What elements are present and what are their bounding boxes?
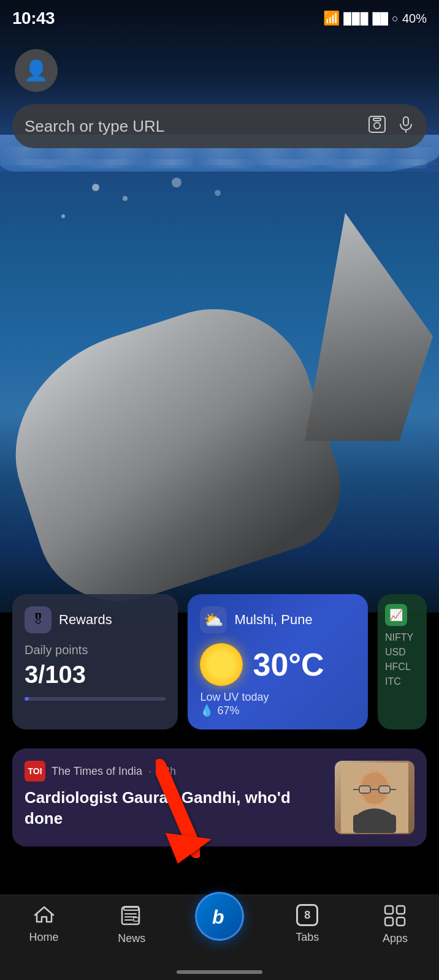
news-image [335, 761, 414, 834]
market-item-4: ITC [385, 676, 419, 687]
sun-icon [200, 643, 243, 686]
svg-rect-24 [385, 906, 393, 914]
toi-logo: TOI [25, 761, 45, 782]
weather-widget[interactable]: ⛅ Mulshi, Pune 30°C Low UV today 💧 67% [188, 594, 368, 729]
search-bar-icons [368, 115, 414, 138]
rewards-title: Rewards [59, 612, 112, 628]
voice-search-icon[interactable] [397, 116, 414, 137]
svg-rect-9 [379, 786, 390, 793]
signal-icon-2: ██ [373, 12, 389, 25]
wifi-icon: 📶 [323, 10, 340, 26]
weather-uv: Low UV today [200, 691, 356, 704]
svg-point-2 [374, 123, 380, 129]
svg-rect-3 [403, 117, 408, 126]
market-item-3: HFCL [385, 662, 419, 673]
nav-home-label: Home [29, 931, 59, 944]
nav-tabs-label: Tabs [296, 931, 319, 944]
home-icon [33, 904, 55, 926]
search-bar[interactable]: Search or type URL [12, 104, 427, 148]
rewards-progress-bar-container [25, 697, 166, 701]
droplet-icon: 💧 [200, 704, 213, 717]
profile-button[interactable]: 👤 [15, 49, 58, 92]
nav-home[interactable]: Home [0, 904, 88, 944]
rewards-progress-bar [25, 697, 29, 701]
nav-apps[interactable]: Apps [351, 904, 439, 945]
market-icon: 📈 [385, 604, 407, 626]
rewards-subtitle: Daily points [25, 643, 166, 657]
tabs-count: 8 [304, 909, 310, 922]
weather-header: ⛅ Mulshi, Pune [200, 606, 356, 633]
status-bar: 10:43 📶 ███ ██ ○ 40% [0, 0, 439, 37]
weather-humidity: 💧 67% [200, 704, 356, 717]
humidity-value: 67% [217, 704, 239, 717]
svg-rect-26 [385, 918, 393, 925]
profile-icon: 👤 [24, 59, 48, 82]
battery-circle-icon: ○ [392, 12, 399, 25]
svg-rect-1 [373, 118, 381, 121]
news-icon [120, 904, 143, 927]
status-icons: 📶 ███ ██ ○ 40% [323, 10, 427, 26]
nav-bing[interactable]: b [175, 892, 263, 941]
weather-main: 30°C [200, 643, 356, 686]
search-placeholder: Search or type URL [25, 117, 361, 136]
svg-rect-22 [134, 918, 139, 921]
rewards-header: 🎖 Rewards [25, 606, 166, 633]
svg-rect-27 [397, 918, 405, 925]
svg-rect-14 [353, 815, 396, 833]
rewards-icon: 🎖 [25, 606, 52, 633]
rewards-widget[interactable]: 🎖 Rewards Daily points 3/103 [12, 594, 178, 729]
weather-temperature: 30°C [253, 646, 324, 683]
bottom-nav: Home News b 8 Tabs [0, 894, 439, 980]
svg-rect-18 [124, 907, 139, 910]
tabs-icon: 8 [296, 904, 318, 926]
red-arrow [123, 753, 233, 876]
status-time: 10:43 [12, 9, 55, 28]
nav-apps-label: Apps [383, 932, 408, 945]
market-item-2: USD [385, 647, 419, 658]
battery-text: 40% [402, 12, 427, 26]
weather-location: Mulshi, Pune [234, 612, 312, 628]
bing-button[interactable]: b [195, 892, 244, 941]
weather-icon: ⛅ [200, 606, 227, 633]
signal-icon: ███ [343, 12, 368, 25]
market-item-1: NIFTY [385, 632, 419, 643]
background [0, 0, 439, 612]
person-image-svg [341, 763, 408, 833]
nav-tabs[interactable]: 8 Tabs [264, 904, 351, 944]
nav-news[interactable]: News [88, 904, 175, 945]
svg-text:b: b [212, 906, 224, 928]
home-indicator [177, 970, 262, 974]
apps-icon [383, 904, 407, 927]
medal-icon: 🎖 [31, 612, 45, 628]
svg-marker-16 [166, 833, 212, 864]
svg-rect-8 [359, 786, 370, 793]
market-widget[interactable]: 📈 NIFTY USD HFCL ITC [378, 594, 427, 729]
nav-news-label: News [118, 932, 145, 945]
svg-rect-25 [397, 906, 405, 914]
camera-search-icon[interactable] [368, 115, 386, 138]
widgets-area: 🎖 Rewards Daily points 3/103 ⛅ Mulshi, P… [0, 594, 439, 729]
rewards-value: 3/103 [25, 661, 166, 688]
bing-icon: b [206, 903, 233, 930]
